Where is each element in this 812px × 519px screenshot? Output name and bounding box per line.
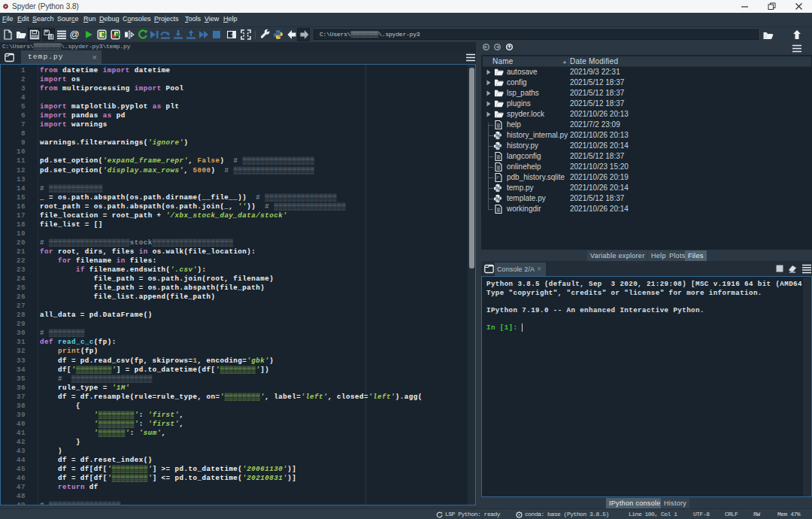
svg-text:@: @ xyxy=(69,29,79,40)
